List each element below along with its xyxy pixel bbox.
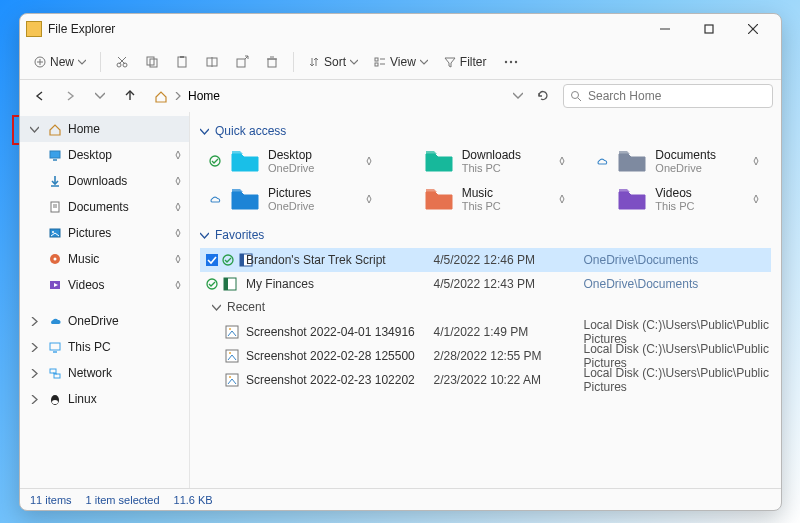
status-badge [208,155,222,167]
nav-item-label: Home [68,122,100,136]
tile-pictures[interactable]: PicturesOneDrive [200,182,384,216]
rename-button[interactable] [199,51,225,73]
documents-icon [48,200,62,214]
nav-item-label: Downloads [68,174,127,188]
filter-button[interactable]: Filter [438,51,493,73]
recent-locations-button[interactable] [88,84,112,108]
nav-item-desktop[interactable]: Desktop [20,142,189,168]
refresh-button[interactable] [531,84,555,108]
more-button[interactable] [497,52,525,72]
maximize-button[interactable] [687,15,731,43]
share-button[interactable] [229,51,255,73]
tile-desktop[interactable]: DesktopOneDrive [200,144,384,178]
delete-button[interactable] [259,51,285,73]
list-item[interactable]: Screenshot 2022-02-28 1255002/28/2022 12… [200,342,771,366]
section-quick-access[interactable]: Quick access [200,120,771,144]
chevron-right-icon [30,369,39,378]
status-count: 11 items [30,494,72,506]
copy-button[interactable] [139,51,165,73]
address-bar: Home Search Home [20,80,781,112]
status-badge [208,194,222,204]
folder-icon [617,186,647,212]
file-icon [224,372,240,388]
chevron-down-icon [30,125,39,134]
close-button[interactable] [731,15,775,43]
downloads-icon [48,174,62,188]
tile-location: This PC [462,162,548,174]
list-item[interactable]: Brandon's Star Trek Script4/5/2022 12:46… [200,248,771,272]
checkbox-icon[interactable] [206,254,218,266]
list-item[interactable]: My Finances4/5/2022 12:43 PMOneDrive\Doc… [200,272,771,296]
folder-icon [424,186,454,212]
chevron-down-icon [212,303,221,312]
file-name: My Finances [246,277,434,291]
cut-button[interactable] [109,51,135,73]
file-icon [224,348,240,364]
breadcrumb[interactable]: Home [148,89,507,103]
file-name: Screenshot 2022-04-01 134916 [246,325,434,339]
chevron-down-icon [200,231,209,240]
nav-item-linux[interactable]: Linux [20,386,189,412]
svg-rect-24 [375,63,378,66]
tile-name: Desktop [268,148,354,162]
pin-icon [555,156,569,166]
svg-rect-23 [375,58,378,61]
plus-icon [34,56,46,68]
nav-item-this-pc[interactable]: This PC [20,334,189,360]
svg-point-29 [509,60,511,62]
this-pc-icon [48,340,62,354]
up-button[interactable] [118,84,142,108]
nav-item-label: Desktop [68,148,112,162]
chevron-down-icon[interactable] [513,91,523,101]
section-label: Favorites [215,228,264,242]
sort-button[interactable]: Sort [302,51,364,73]
list-item[interactable]: Screenshot 2022-02-23 1022022/23/2022 10… [200,366,771,390]
svg-rect-34 [50,151,60,158]
nav-item-downloads[interactable]: Downloads [20,168,189,194]
pin-icon [173,280,183,290]
copy-icon [145,55,159,69]
new-button[interactable]: New [28,51,92,73]
list-item[interactable]: Screenshot 2022-04-01 1349164/1/2022 1:4… [200,318,771,342]
nav-item-onedrive[interactable]: OneDrive [20,308,189,334]
back-button[interactable] [28,84,52,108]
nav-item-home[interactable]: Home [20,116,189,142]
file-path: Local Disk (C:)\Users\Public\Public Pict… [584,366,772,394]
svg-rect-18 [268,59,276,67]
tile-videos[interactable]: VideosThis PC [587,182,771,216]
search-icon [570,90,582,102]
tile-name: Music [462,186,548,200]
section-recent[interactable]: Recent [200,296,771,318]
svg-rect-55 [206,254,218,266]
network-icon [48,366,62,380]
tile-documents[interactable]: DocumentsOneDrive [587,144,771,178]
nav-item-music[interactable]: Music [20,246,189,272]
nav-item-documents[interactable]: Documents [20,194,189,220]
tile-downloads[interactable]: DownloadsThis PC [394,144,578,178]
pin-icon [173,228,183,238]
pin-icon [555,194,569,204]
home-icon [48,122,62,136]
file-icon [222,276,238,292]
svg-marker-27 [445,58,455,67]
svg-point-30 [514,60,516,62]
nav-item-label: Linux [68,392,97,406]
minimize-button[interactable] [643,15,687,43]
svg-rect-50 [54,374,60,378]
tile-name: Documents [655,148,741,162]
search-input[interactable]: Search Home [563,84,773,108]
svg-point-32 [572,92,579,99]
tile-music[interactable]: MusicThis PC [394,182,578,216]
section-favorites[interactable]: Favorites [200,224,771,248]
view-button[interactable]: View [368,51,434,73]
forward-button[interactable] [58,84,82,108]
nav-item-network[interactable]: Network [20,360,189,386]
paste-button[interactable] [169,51,195,73]
chevron-right-icon [30,317,39,326]
nav-item-pictures[interactable]: Pictures [20,220,189,246]
nav-item-label: Videos [68,278,104,292]
svg-point-28 [504,60,506,62]
pin-icon [173,254,183,264]
nav-item-videos[interactable]: Videos [20,272,189,298]
rename-icon [205,55,219,69]
